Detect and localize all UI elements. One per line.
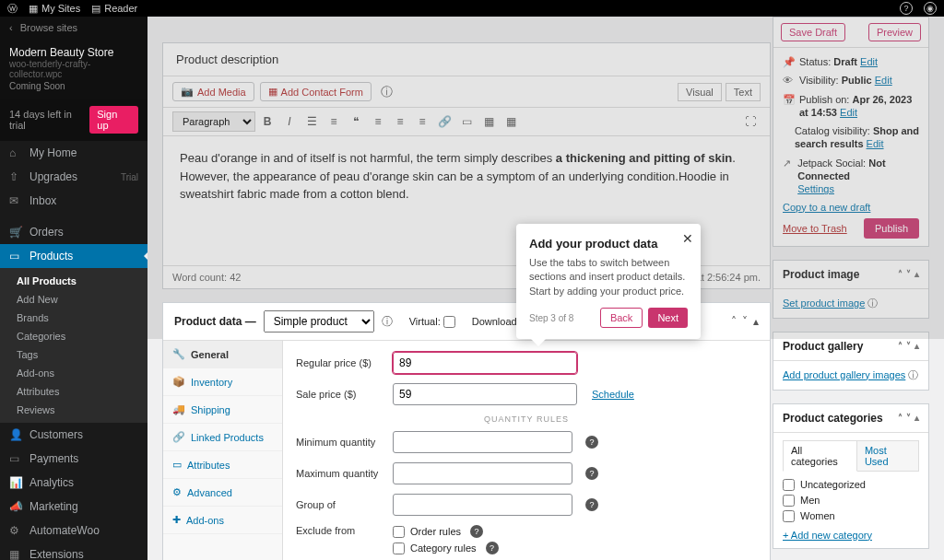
subitem-reviews[interactable]: Reviews xyxy=(0,401,148,419)
next-button[interactable]: Next xyxy=(648,308,688,328)
close-icon[interactable]: ✕ xyxy=(682,231,693,246)
chevron-down-icon[interactable]: ˅ xyxy=(742,315,748,328)
edit-status-link[interactable]: Edit xyxy=(860,56,878,67)
chevron-down-icon[interactable]: ˅ xyxy=(906,341,911,351)
max-qty-input[interactable] xyxy=(393,462,572,484)
back-button[interactable]: Back xyxy=(600,308,643,328)
help-icon[interactable]: ? xyxy=(486,542,499,554)
signup-button[interactable]: Sign up xyxy=(89,106,138,134)
browse-sites[interactable]: ‹ Browse sites xyxy=(0,17,148,39)
sidebar-item-extensions[interactable]: ▦Extensions xyxy=(0,542,148,560)
cat-uncategorized-checkbox[interactable] xyxy=(783,479,795,491)
help-icon[interactable]: ? xyxy=(585,467,598,480)
fullscreen-icon[interactable]: ⛶ xyxy=(740,111,761,132)
site-card[interactable]: Modern Beauty Store woo-tenderly-crafty-… xyxy=(0,39,148,99)
add-gallery-link[interactable]: Add product gallery images xyxy=(783,369,905,380)
set-product-image-link[interactable]: Set product image xyxy=(783,298,865,309)
save-draft-button[interactable]: Save Draft xyxy=(781,23,845,41)
chevron-up-icon[interactable]: ˄ xyxy=(898,269,903,279)
all-categories-tab[interactable]: All categories xyxy=(783,440,857,472)
sale-price-input[interactable] xyxy=(393,383,577,405)
product-type-select[interactable]: Simple product xyxy=(264,310,374,332)
sidebar-item-orders[interactable]: 🛒Orders xyxy=(0,220,148,244)
wordpress-logo-icon[interactable]: ⓦ xyxy=(7,2,18,16)
visual-tab[interactable]: Visual xyxy=(678,83,722,101)
more-icon[interactable]: ▭ xyxy=(456,111,477,132)
cat-men-checkbox[interactable] xyxy=(783,495,795,507)
bold-icon[interactable]: B xyxy=(257,111,277,132)
copy-draft-link[interactable]: Copy to a new draft xyxy=(783,202,870,213)
collapse-icon[interactable]: ▴ xyxy=(914,413,919,423)
sidebar-item-home[interactable]: ⌂My Home xyxy=(0,141,148,165)
sidebar-item-customers[interactable]: 👤Customers xyxy=(0,423,148,447)
schedule-link[interactable]: Schedule xyxy=(592,389,634,400)
profile-icon[interactable]: ◉ xyxy=(924,2,937,15)
table-icon[interactable]: ▦ xyxy=(478,111,499,132)
regular-price-input[interactable] xyxy=(393,352,577,374)
sidebar-item-inbox[interactable]: ✉Inbox xyxy=(0,189,148,213)
tab-general[interactable]: 🔧General xyxy=(163,341,282,368)
collapse-icon[interactable]: ▴ xyxy=(753,315,759,328)
move-to-trash-link[interactable]: Move to Trash xyxy=(783,223,847,234)
chevron-up-icon[interactable]: ˄ xyxy=(731,315,737,328)
sidebar-item-products[interactable]: ▭Products xyxy=(0,244,148,268)
chevron-up-icon[interactable]: ˄ xyxy=(898,413,903,423)
link-icon[interactable]: 🔗 xyxy=(434,111,454,132)
align-center-icon[interactable]: ≡ xyxy=(390,111,410,132)
chevron-down-icon[interactable]: ˅ xyxy=(906,269,911,279)
help-icon[interactable]: ⓘ xyxy=(867,298,878,309)
sidebar-item-analytics[interactable]: 📊Analytics xyxy=(0,471,148,495)
align-left-icon[interactable]: ≡ xyxy=(368,111,388,132)
help-icon[interactable]: ? xyxy=(470,525,483,538)
edit-date-link[interactable]: Edit xyxy=(840,107,857,118)
group-of-input[interactable] xyxy=(393,494,572,516)
subitem-all-products[interactable]: All Products xyxy=(0,272,148,290)
most-used-tab[interactable]: Most Used xyxy=(857,440,919,472)
tab-linked-products[interactable]: 🔗Linked Products xyxy=(163,424,282,451)
add-media-button[interactable]: 📷 Add Media xyxy=(172,82,254,101)
reader-link[interactable]: ▤ Reader xyxy=(91,3,137,15)
sidebar-item-payments[interactable]: ▭Payments xyxy=(0,447,148,471)
align-right-icon[interactable]: ≡ xyxy=(412,111,432,132)
text-tab[interactable]: Text xyxy=(726,83,761,101)
tab-addons[interactable]: ✚Add-ons xyxy=(163,507,282,534)
collapse-icon[interactable]: ▴ xyxy=(914,341,919,351)
subitem-add-new[interactable]: Add New xyxy=(0,290,148,309)
order-rules-checkbox[interactable] xyxy=(393,526,405,538)
edit-visibility-link[interactable]: Edit xyxy=(875,75,892,86)
category-rules-checkbox[interactable] xyxy=(393,542,405,554)
italic-icon[interactable]: I xyxy=(279,111,300,132)
subitem-brands[interactable]: Brands xyxy=(0,309,148,327)
sidebar-item-upgrades[interactable]: ⇧UpgradesTrial xyxy=(0,165,148,189)
add-contact-form-button[interactable]: ▦ Add Contact Form xyxy=(260,82,372,101)
tab-advanced[interactable]: ⚙Advanced xyxy=(163,479,282,507)
subitem-tags[interactable]: Tags xyxy=(0,345,148,364)
jetpack-settings-link[interactable]: Settings xyxy=(797,183,834,194)
help-icon[interactable]: ? xyxy=(585,436,598,449)
add-new-category-link[interactable]: + Add new category xyxy=(783,530,872,541)
tab-shipping[interactable]: 🚚Shipping xyxy=(163,396,282,424)
virtual-checkbox[interactable] xyxy=(443,316,455,328)
collapse-icon[interactable]: ▴ xyxy=(914,269,919,279)
tab-inventory[interactable]: 📦Inventory xyxy=(163,368,282,396)
sidebar-item-marketing[interactable]: 📣Marketing xyxy=(0,495,148,519)
subitem-categories[interactable]: Categories xyxy=(0,327,148,345)
help-icon[interactable]: ⓘ xyxy=(381,84,393,100)
min-qty-input[interactable] xyxy=(393,431,572,453)
help-icon[interactable]: ? xyxy=(585,498,598,511)
help-icon[interactable]: ? xyxy=(900,2,913,15)
subitem-attributes[interactable]: Attributes xyxy=(0,382,148,401)
publish-button[interactable]: Publish xyxy=(864,218,919,239)
chevron-down-icon[interactable]: ˅ xyxy=(906,413,911,423)
help-icon[interactable]: ⓘ xyxy=(382,314,393,330)
cat-women-checkbox[interactable] xyxy=(783,510,795,522)
help-icon[interactable]: ⓘ xyxy=(908,369,918,380)
subitem-addons[interactable]: Add-ons xyxy=(0,364,148,382)
numbered-list-icon[interactable]: ≡ xyxy=(324,111,344,132)
bullet-list-icon[interactable]: ☰ xyxy=(301,111,322,132)
quote-icon[interactable]: ❝ xyxy=(346,111,366,132)
sidebar-item-automatewoo[interactable]: ⚙AutomateWoo xyxy=(0,519,148,542)
preview-button[interactable]: Preview xyxy=(868,23,921,41)
toolbar-toggle-icon[interactable]: ▦ xyxy=(501,111,521,132)
tab-attributes[interactable]: ▭Attributes xyxy=(163,451,282,479)
